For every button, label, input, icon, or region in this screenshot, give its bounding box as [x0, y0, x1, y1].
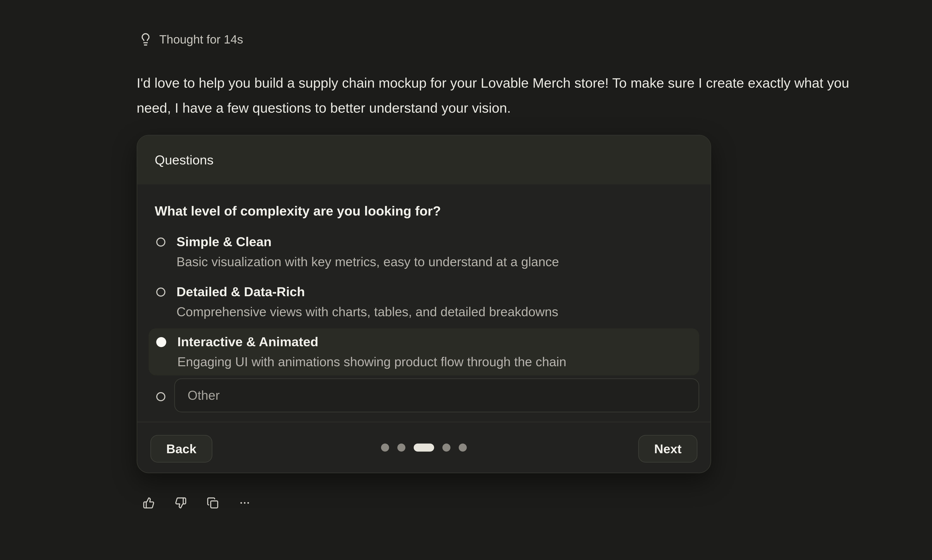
thought-duration-label: Thought for 14s [159, 32, 243, 46]
assistant-message-text: I'd love to help you build a supply chai… [137, 71, 861, 120]
option-simple-clean[interactable]: Simple & Clean Basic visualization with … [149, 228, 699, 275]
progress-dot [397, 443, 405, 451]
thumbs-up-icon [143, 497, 155, 509]
questions-card-body: What level of complexity are you looking… [137, 185, 710, 422]
radio-unselected-icon[interactable] [156, 237, 165, 247]
progress-dot [459, 443, 467, 451]
option-interactive-animated[interactable]: Interactive & Animated Engaging UI with … [149, 328, 699, 375]
message-actions-row [143, 497, 863, 509]
thought-duration-row[interactable]: Thought for 14s [139, 32, 863, 46]
question-text: What level of complexity are you looking… [155, 203, 693, 218]
progress-dots [381, 443, 467, 451]
radio-unselected-icon[interactable] [156, 392, 165, 401]
questions-card: Questions What level of complexity are y… [137, 135, 711, 473]
progress-dot-active [414, 443, 434, 451]
more-options-button[interactable] [239, 497, 251, 509]
option-label: Interactive & Animated [177, 335, 566, 349]
radio-unselected-icon[interactable] [156, 288, 165, 297]
copy-button[interactable] [207, 497, 219, 509]
chat-message-block: Thought for 14s I'd love to help you bui… [137, 32, 863, 509]
progress-dot [442, 443, 450, 451]
more-options-icon [239, 497, 251, 509]
card-title: Questions [155, 153, 214, 167]
option-label: Detailed & Data-Rich [177, 285, 558, 299]
progress-dot [381, 443, 389, 451]
option-description: Basic visualization with key metrics, ea… [177, 255, 559, 269]
lightbulb-icon [139, 32, 153, 46]
copy-icon [207, 497, 219, 509]
option-description: Engaging UI with animations showing prod… [177, 355, 566, 369]
other-option-input[interactable] [174, 378, 699, 412]
option-description: Comprehensive views with charts, tables,… [177, 305, 558, 319]
back-button[interactable]: Back [150, 435, 213, 463]
thumbs-down-button[interactable] [175, 497, 187, 509]
questions-card-header: Questions [137, 135, 710, 185]
thumbs-up-button[interactable] [143, 497, 155, 509]
thumbs-down-icon [175, 497, 187, 509]
radio-selected-icon[interactable] [156, 337, 166, 347]
next-button[interactable]: Next [638, 435, 698, 463]
option-detailed-data-rich[interactable]: Detailed & Data-Rich Comprehensive views… [149, 278, 699, 325]
option-label: Simple & Clean [177, 235, 559, 249]
questions-card-footer: Back Next [137, 422, 710, 472]
options-list: Simple & Clean Basic visualization with … [149, 228, 699, 375]
option-other-row[interactable] [149, 378, 699, 412]
